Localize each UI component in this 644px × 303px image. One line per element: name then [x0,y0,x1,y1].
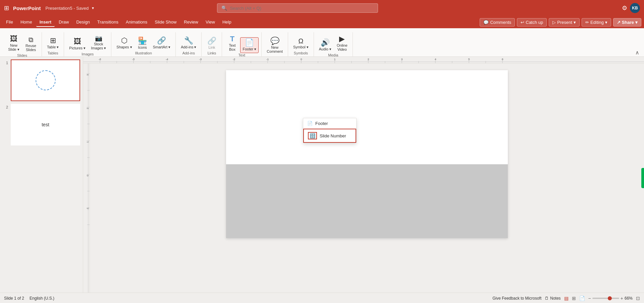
menubar: File Home Insert Draw Design Transitions… [0,16,644,28]
chevron-down-icon: ▾ [574,20,576,25]
reuse-slides-button[interactable]: ⧉ ReuseSlides [23,35,39,53]
online-video-button[interactable]: ▶ OnlineVideo [334,34,350,53]
menu-item-slideshow[interactable]: Slide Show [151,18,180,27]
addins-button[interactable]: 🔧 Add-ins ▾ [178,35,199,51]
catchup-button[interactable]: ↩ Catch up [517,18,547,27]
slide-thumb-1[interactable]: 1 [3,59,80,101]
ribbon-group-slides: 🖼 NewSlide ▾ ⧉ ReuseSlides Slides [3,32,42,56]
slide1-preview [11,60,79,100]
svg-text:-5: -5 [132,58,135,61]
zoom-thumb[interactable] [608,296,612,300]
language: English (U.S.) [30,296,54,301]
right-controls: ⚙ KB [622,3,640,13]
slide2-preview: test [11,104,79,145]
sidebar-handle[interactable] [641,168,644,188]
ribbon-group-images: 🖼 Pictures ▾ 📷 StockImages ▾ Images [64,32,111,56]
slide-number-icon: 🔢 [308,132,317,139]
footer-menu-item[interactable]: 📄 Footer [303,118,356,129]
slide-gray-content [226,164,508,238]
menu-item-help[interactable]: Help [219,18,235,27]
share-icon: ↗ [617,20,621,25]
ribbon-collapse-button[interactable]: ∧ [633,49,641,56]
slide-thumb-2[interactable]: 2 test [3,104,80,145]
table-button[interactable]: ⊞ Table ▾ [45,35,61,51]
notes-button[interactable]: 🗒 Notes [545,296,560,301]
search-input[interactable] [230,6,374,11]
menu-item-draw[interactable]: Draw [55,18,72,27]
new-comment-button[interactable]: 💬 NewComment [264,36,285,55]
slide-sorter-button[interactable]: ⊞ [572,296,576,301]
svg-text:0: 0 [301,58,302,61]
chevron-down-icon: ▾ [635,20,638,25]
pictures-button[interactable]: 🖼 Pictures ▾ [67,36,88,52]
svg-text:2: 2 [368,58,369,61]
menu-item-insert[interactable]: Insert [36,18,55,27]
svg-text:1: 1 [86,141,89,143]
slide-canvas[interactable]: 📄 Footer 🔢 Slide Number [90,63,644,293]
comments-button[interactable]: 💬 Comments [480,18,515,27]
present-button[interactable]: ▷ Present ▾ [549,18,580,27]
menu-item-view[interactable]: View [202,18,218,27]
share-button[interactable]: ↗ Share ▾ [613,18,641,27]
ribbon-group-symbols: Ω Symbol ▾ Symbols [288,32,314,56]
svg-text:-1: -1 [86,207,89,210]
textbox-button[interactable]: T TextBox [225,34,239,53]
search-icon: 🔍 [221,5,227,11]
svg-text:0: 0 [86,175,89,176]
svg-text:4: 4 [435,58,436,61]
menu-item-review[interactable]: Review [180,18,202,27]
vertical-ruler: 3 2 1 0 -1 [83,63,90,293]
slide-info: Slide 1 of 2 [4,296,24,301]
zoom-in-button[interactable]: + [621,296,623,301]
ribbon-group-illustration: ⬡ Shapes ▾ 🏪 Icons 🔗 SmartArt ▾ Illustra… [111,32,176,56]
slide-number-menu-item[interactable]: 🔢 Slide Number [303,129,356,143]
reading-view-button[interactable]: 📄 [579,296,585,301]
stock-images-button[interactable]: 📷 StockImages ▾ [89,34,108,52]
normal-view-button[interactable]: ▤ [564,296,569,301]
zoom-track[interactable] [592,298,619,299]
svg-text:1: 1 [334,58,336,61]
ribbon-group-comment: 💬 NewComment [262,32,288,56]
waffle-icon[interactable]: ⊞ [4,4,9,12]
app-name: PowerPoint [13,5,41,11]
menu-item-animations[interactable]: Animations [122,18,151,27]
settings-button[interactable]: ⚙ [622,4,627,12]
svg-text:2: 2 [86,107,89,109]
ribbon-group-links: 🔗 Link Links [202,32,222,56]
chevron-down-icon[interactable]: ▾ [92,6,94,10]
statusbar-right: Give Feedback to Microsoft 🗒 Notes ▤ ⊞ 📄… [492,296,640,301]
svg-text:-2: -2 [233,58,235,61]
main-slide[interactable] [226,70,508,238]
menu-item-file[interactable]: File [3,18,16,27]
dashed-circle [36,70,56,90]
footer-button[interactable]: 📄 Footer ▾ [240,37,259,53]
canvas-area: 3 2 1 0 -1 [83,63,644,293]
new-slide-button[interactable]: 🖼 NewSlide ▾ [5,34,22,53]
zoom-level[interactable]: 66% [625,296,633,301]
icons-button[interactable]: 🏪 Icons [135,36,150,51]
ribbon-group-addins: 🔧 Add-ins ▾ Add-ins [176,32,202,56]
notes-icon: 🗒 [545,296,549,301]
shapes-button[interactable]: ⬡ Shapes ▾ [114,35,134,51]
svg-text:-1: -1 [266,58,269,61]
fit-slide-button[interactable]: ⊡ [636,296,640,301]
search-bar[interactable]: 🔍 [217,3,378,13]
audio-button[interactable]: 🔊 Audio ▾ [317,37,334,53]
feedback-link[interactable]: Give Feedback to Microsoft [492,296,541,301]
ribbon-right: 💬 Comments ↩ Catch up ▷ Present ▾ ✏ Edit… [480,18,641,27]
doc-title: Presentation5 - Saved [46,6,89,11]
svg-text:-3: -3 [199,58,202,61]
symbol-button[interactable]: Ω Symbol ▾ [291,36,311,51]
editing-button[interactable]: ✏ Editing ▾ [582,18,611,27]
present-icon: ▷ [552,20,556,25]
menu-item-home[interactable]: Home [17,18,36,27]
link-button[interactable]: 🔗 Link [204,36,219,51]
smartart-button[interactable]: 🔗 SmartArt ▾ [151,35,173,51]
menu-item-design[interactable]: Design [73,18,93,27]
menu-item-transitions[interactable]: Transitions [94,18,122,27]
ribbon: 🖼 NewSlide ▾ ⧉ ReuseSlides Slides ⊞ Tabl… [0,28,644,57]
zoom-out-button[interactable]: − [588,296,591,301]
avatar[interactable]: KB [630,3,640,13]
footer-dropdown: 📄 Footer 🔢 Slide Number [303,118,357,143]
ruler-area: -6 -5 -4 -3 -2 -1 0 1 2 [83,57,644,293]
